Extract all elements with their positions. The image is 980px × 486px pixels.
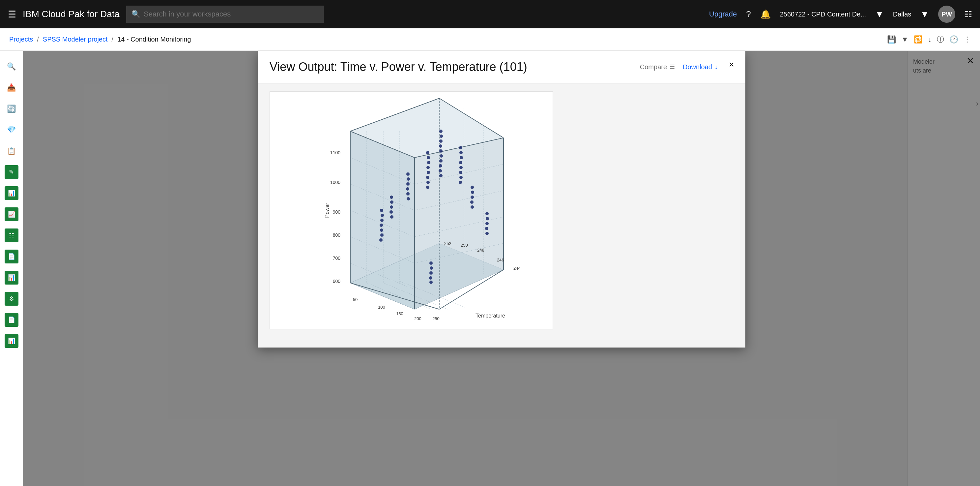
sidebar-template-icon[interactable]: 📋 (2, 142, 21, 160)
sidebar-data1-icon[interactable]: 📄 (2, 247, 21, 266)
svg-point-81 (485, 212, 489, 215)
sidebar-graph3-icon[interactable]: 📈 (2, 205, 21, 223)
sidebar-green-icon-7: ⚙ (5, 292, 19, 306)
svg-point-84 (485, 227, 488, 230)
svg-point-36 (380, 228, 383, 232)
compare-button[interactable]: Compare ☰ (640, 63, 675, 71)
svg-point-87 (430, 266, 433, 270)
svg-point-52 (427, 161, 430, 164)
breadcrumb-sep-2: / (112, 36, 114, 43)
region-selector[interactable]: Dallas (893, 11, 912, 18)
breadcrumb-bar: Projects / SPSS Modeler project / 14 - C… (0, 29, 980, 51)
svg-point-80 (471, 206, 474, 209)
avatar[interactable]: PW (938, 6, 955, 23)
svg-point-55 (426, 176, 430, 179)
svg-point-66 (439, 169, 442, 172)
svg-point-75 (459, 181, 462, 184)
breadcrumb-actions: 💾 ▼ 🔁 ↓ ⓘ 🕐 ⋮ (887, 35, 971, 45)
region-chevron-icon[interactable]: ▼ (920, 9, 929, 19)
compare-icon: ☰ (670, 63, 675, 70)
sidebar-green-icon-4: ☷ (5, 228, 19, 242)
modal-close-button[interactable]: × (724, 57, 739, 72)
x-axis-100: 100 (378, 305, 385, 310)
svg-point-79 (470, 201, 474, 204)
svg-point-69 (459, 151, 463, 154)
sidebar-compute-icon[interactable]: ⚙ (2, 290, 21, 308)
svg-point-44 (406, 172, 410, 176)
sidebar-graph1-icon[interactable]: ✎ (2, 163, 21, 181)
page-close-button[interactable]: ✕ (960, 51, 980, 70)
upgrade-button[interactable]: Upgrade (709, 10, 737, 19)
svg-point-46 (406, 182, 410, 186)
download-breadcrumb-icon[interactable]: ↓ (928, 35, 932, 44)
sidebar-import-icon[interactable]: 📥 (2, 78, 21, 97)
save-icon[interactable]: 💾 (887, 35, 896, 44)
svg-point-82 (486, 217, 489, 220)
breadcrumb-projects[interactable]: Projects (9, 36, 33, 43)
modal-overlay: View Output: Time v. Power v. Temperatur… (23, 51, 980, 486)
app-brand: IBM Cloud Pak for Data (23, 9, 119, 19)
sidebar-bottom1-icon[interactable]: 📊 (2, 332, 21, 350)
z-axis-248: 248 (477, 248, 484, 253)
svg-point-40 (390, 201, 393, 204)
z-axis-244: 244 (513, 266, 521, 271)
y-axis-1100: 1100 (330, 150, 340, 155)
save-chevron-icon[interactable]: ▼ (901, 35, 908, 44)
sidebar-export-icon[interactable]: 📄 (2, 311, 21, 329)
svg-point-73 (459, 171, 462, 174)
search-input[interactable] (144, 10, 319, 19)
svg-point-60 (439, 139, 442, 143)
share-icon[interactable]: 🔁 (914, 35, 923, 44)
search-icon: 🔍 (132, 10, 140, 19)
svg-point-72 (459, 166, 463, 169)
y-axis-700: 700 (333, 255, 341, 261)
svg-point-62 (439, 149, 442, 153)
svg-point-33 (380, 214, 384, 217)
download-button[interactable]: Download ↓ (683, 63, 718, 71)
main-area: 🔍 📥 🔄 💎 📋 ✎ 📊 📈 ☷ 📄 📊 ⚙ 📄 📊 (0, 51, 980, 486)
breadcrumb-sep-1: / (37, 36, 39, 43)
hamburger-icon[interactable]: ☰ (8, 9, 16, 20)
z-axis-250: 250 (461, 243, 468, 248)
download-label: Download (683, 63, 712, 71)
y-axis-800: 800 (333, 233, 341, 238)
grid-icon[interactable]: ☷ (964, 9, 972, 19)
sidebar-graph4-icon[interactable]: 📊 (2, 268, 21, 287)
top-nav: ☰ IBM Cloud Pak for Data 🔍 Upgrade ? 🔔 2… (0, 0, 980, 29)
sidebar: 🔍 📥 🔄 💎 📋 ✎ 📊 📈 ☷ 📄 📊 ⚙ 📄 📊 (0, 51, 23, 486)
sidebar-graph2-icon[interactable]: 📊 (2, 184, 21, 202)
svg-point-65 (439, 164, 442, 167)
modal: View Output: Time v. Power v. Temperatur… (258, 51, 745, 347)
sidebar-recent-icon[interactable]: 🔄 (2, 100, 21, 118)
account-selector[interactable]: 2560722 - CPD Content De... (780, 11, 866, 18)
sidebar-green-icon-8: 📄 (5, 313, 19, 327)
svg-point-64 (439, 159, 442, 163)
svg-point-76 (471, 186, 474, 189)
help-icon[interactable]: ? (746, 9, 751, 19)
more-icon[interactable]: ⋮ (964, 35, 971, 44)
notifications-icon[interactable]: 🔔 (760, 9, 771, 19)
sidebar-green-icon-5: 📄 (5, 250, 19, 263)
page-arrow-button[interactable]: › (976, 99, 979, 108)
account-chevron-icon[interactable]: ▼ (875, 9, 884, 19)
svg-point-71 (459, 161, 462, 164)
sidebar-diamond-icon[interactable]: 💎 (2, 121, 21, 139)
svg-point-67 (439, 174, 442, 177)
z-axis-label: Temperature (476, 313, 505, 319)
history-icon[interactable]: 🕐 (949, 35, 958, 44)
modal-title: View Output: Time v. Power v. Temperatur… (270, 60, 640, 74)
svg-point-45 (407, 177, 410, 181)
info-icon[interactable]: ⓘ (937, 35, 944, 45)
sidebar-table1-icon[interactable]: ☷ (2, 226, 21, 245)
svg-point-57 (426, 186, 430, 189)
x-axis-250: 250 (432, 316, 439, 321)
sidebar-search-icon[interactable]: 🔍 (2, 57, 21, 76)
modal-body: 600 700 800 900 1000 1100 Power 50 100 1… (258, 83, 745, 347)
breadcrumb-spss[interactable]: SPSS Modeler project (43, 36, 108, 43)
search-bar[interactable]: 🔍 (126, 6, 324, 23)
x-axis-50: 50 (353, 297, 358, 302)
svg-point-50 (426, 151, 430, 154)
chart-container: 600 700 800 900 1000 1100 Power 50 100 1… (270, 91, 553, 329)
svg-point-37 (380, 233, 383, 237)
x-axis-200: 200 (414, 316, 422, 321)
